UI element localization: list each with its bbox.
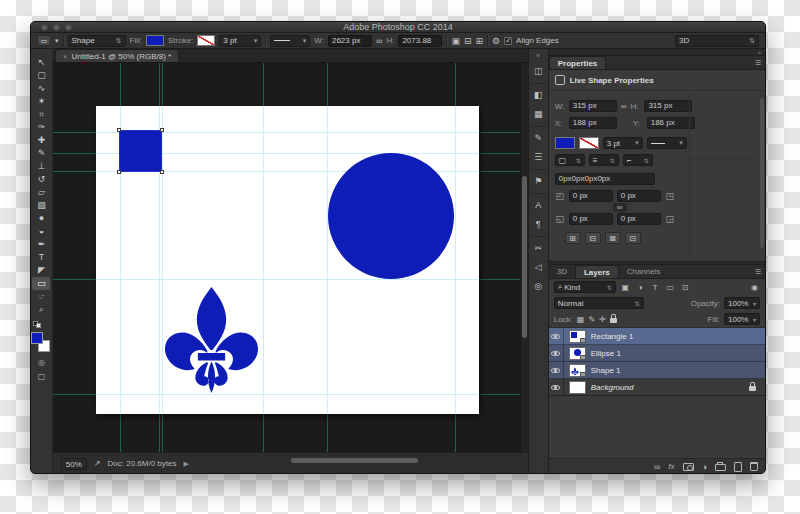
layer-style-icon[interactable]: fx [668, 462, 674, 472]
layer-name[interactable]: Shape 1 [591, 366, 621, 375]
add-mask-icon[interactable] [683, 463, 694, 471]
path-selection-tool[interactable]: ◤ [32, 264, 50, 277]
link-dimensions-icon[interactable]: ∞ [621, 102, 627, 111]
panel-menu-icon[interactable]: ☰ [755, 268, 761, 276]
lasso-tool[interactable]: ∿ [32, 82, 50, 95]
layer-thumbnail[interactable] [569, 347, 586, 360]
selection-handle[interactable] [117, 170, 121, 174]
stroke-swatch[interactable] [197, 35, 215, 46]
pathfinder-combine-button[interactable]: ⊞ [565, 232, 581, 244]
filter-pixel-layers-icon[interactable]: ▣ [620, 283, 631, 292]
pen-tool[interactable]: ✒ [32, 238, 50, 251]
shape-x-field[interactable]: 188 px [569, 117, 617, 129]
clone-stamp-tool[interactable]: ⊥ [32, 160, 50, 173]
tool-preset-icon[interactable]: ▭ [37, 35, 51, 46]
filter-smart-objects-icon[interactable]: ⊡ [680, 283, 691, 292]
adjustment-layer-icon[interactable]: ◑ [702, 462, 707, 472]
canvas[interactable] [96, 106, 479, 414]
vertical-scrollbar[interactable] [520, 63, 528, 452]
fleur-de-lis-shape[interactable] [159, 286, 264, 394]
new-group-icon[interactable] [715, 464, 726, 471]
shape-y-field[interactable]: 186 px [647, 117, 695, 129]
path-arrangement-icon[interactable]: ⊞ [475, 36, 483, 46]
layer-row-rectangle-1[interactable]: Rectangle 1 [549, 328, 765, 345]
stroke-caps-dropdown[interactable]: ≡ ⇅ [589, 154, 619, 166]
move-tool[interactable]: ↖ [32, 56, 50, 69]
lock-pixels-icon[interactable]: ✎ [588, 315, 595, 324]
expand-dock-icon[interactable]: « [536, 51, 540, 60]
swatches-panel-icon[interactable]: ▦ [530, 107, 547, 122]
filter-type-layers-icon[interactable]: T [650, 283, 661, 292]
path-operations-icon[interactable]: ▣ [451, 36, 460, 46]
pathfinder-subtract-button[interactable]: ⊟ [585, 232, 601, 244]
dodge-tool[interactable]: ◒ [32, 225, 50, 238]
corner-radii-field[interactable]: 0px0px0px0px [555, 173, 655, 185]
export-icon[interactable]: ↗ [94, 459, 101, 468]
tab-3d[interactable]: 3D [549, 265, 575, 278]
guide[interactable] [96, 279, 479, 280]
paragraph-panel-icon[interactable]: ¶ [530, 217, 547, 232]
tool-mode-dropdown[interactable]: Shape ⇅ [68, 35, 126, 47]
fill-swatch[interactable] [555, 137, 575, 149]
ellipse-shape[interactable] [328, 153, 454, 279]
visibility-toggle[interactable] [549, 379, 564, 396]
gradient-tool[interactable]: ▧ [32, 199, 50, 212]
title-bar[interactable]: Adobe Photoshop CC 2014 [31, 22, 765, 33]
rectangle-tool[interactable]: ▭ [32, 277, 50, 290]
vertical-scrollbar-thumb[interactable] [522, 176, 527, 338]
selection-handle[interactable] [117, 128, 121, 132]
status-expand-icon[interactable]: ▶ [183, 460, 188, 468]
filter-shape-layers-icon[interactable]: ▭ [665, 283, 676, 292]
tab-layers[interactable]: Layers [575, 265, 619, 278]
quick-selection-tool[interactable]: ✶ [32, 95, 50, 108]
brush-panel-icon[interactable]: ✎ [530, 131, 547, 146]
history-brush-tool[interactable]: ↺ [32, 173, 50, 186]
measure-panel-icon[interactable]: ✂ [530, 241, 547, 256]
guide[interactable] [96, 394, 479, 395]
brush-presets-panel-icon[interactable]: ☰ [530, 150, 547, 165]
stroke-style-dropdown[interactable]: ▾ [270, 35, 310, 47]
rectangle-shape[interactable] [120, 131, 161, 171]
fill-opacity-dropdown[interactable]: 100% ▾ [724, 313, 760, 325]
panel-menu-icon[interactable]: ☰ [755, 59, 761, 67]
properties-scrollbar-thumb[interactable] [760, 98, 764, 248]
tool-preset-arrow-icon[interactable]: ▾ [55, 37, 59, 45]
selection-handle[interactable] [160, 170, 164, 174]
align-edges-checkbox[interactable]: ✓ [504, 37, 512, 45]
eyedropper-tool[interactable]: ✑ [32, 121, 50, 134]
layer-thumbnail[interactable] [569, 330, 586, 343]
link-layers-icon[interactable]: ∞ [654, 462, 660, 472]
type-tool[interactable]: T [32, 251, 50, 264]
blend-mode-dropdown[interactable]: Normal ⇅ [554, 297, 644, 309]
shape-height-field[interactable]: 315 px [644, 100, 692, 112]
new-layer-icon[interactable] [734, 462, 742, 472]
lock-all-icon[interactable] [610, 318, 617, 323]
shape-width-field[interactable]: 315 px [569, 100, 617, 112]
lock-transparency-icon[interactable]: ▦ [577, 315, 585, 324]
character-panel-icon[interactable]: A [530, 198, 547, 213]
hand-tool[interactable]: ☞ [32, 290, 50, 303]
zoom-level-field[interactable]: 50% [61, 458, 87, 470]
default-colors-icon[interactable] [32, 320, 50, 327]
collapse-panels-icon[interactable]: » [758, 49, 761, 55]
visibility-toggle[interactable] [549, 345, 564, 362]
shape-width-field[interactable]: 2623 px [328, 35, 372, 47]
layer-name[interactable]: Ellipse 1 [591, 349, 621, 358]
stroke-style-dropdown[interactable]: ▾ [647, 137, 687, 149]
workspace-dropdown[interactable]: 3D ⇅ [675, 35, 759, 47]
stroke-width-dropdown[interactable]: 3 pt ▾ [603, 137, 643, 149]
shape-height-field[interactable]: 2073.88 [398, 35, 442, 47]
horizontal-scrollbar-thumb[interactable] [291, 458, 418, 463]
layer-thumbnail[interactable] [569, 381, 586, 394]
zoom-tool[interactable]: ⌕ [32, 303, 50, 316]
clone-source-panel-icon[interactable]: ◎ [530, 279, 547, 294]
canvas-viewport[interactable] [53, 63, 520, 452]
pathfinder-exclude-button[interactable]: ⊡ [625, 232, 641, 244]
opacity-dropdown[interactable]: 100% ▾ [724, 297, 760, 309]
stroke-align-dropdown[interactable]: ▢ ⇅ [555, 154, 585, 166]
selection-handle[interactable] [160, 128, 164, 132]
path-alignment-icon[interactable]: ⊟ [464, 36, 472, 46]
close-document-icon[interactable]: × [63, 52, 68, 61]
layer-row-shape-1[interactable]: Shape 1 [549, 362, 765, 379]
lock-position-icon[interactable]: ✛ [599, 315, 606, 324]
